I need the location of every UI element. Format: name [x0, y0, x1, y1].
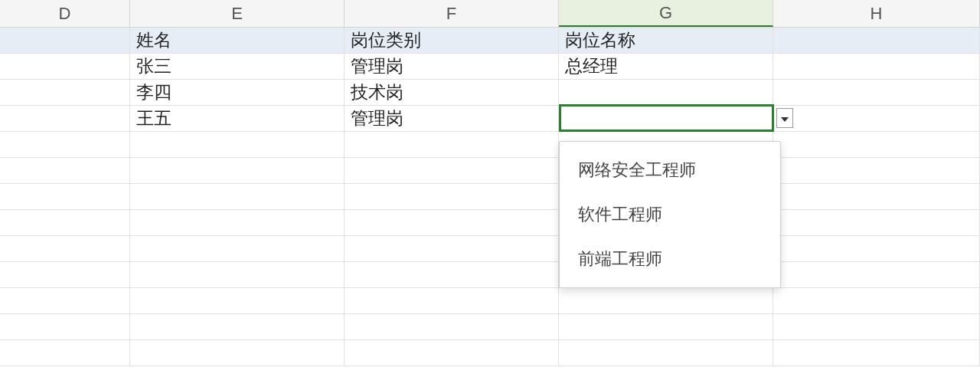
- cell[interactable]: [0, 158, 130, 183]
- cell[interactable]: [773, 262, 980, 287]
- cell[interactable]: [773, 210, 980, 235]
- table-row: [0, 314, 980, 340]
- table-row: [0, 288, 980, 314]
- cell-name[interactable]: 王五: [130, 106, 345, 131]
- dropdown-option[interactable]: 网络安全工程师: [560, 148, 780, 192]
- cell[interactable]: [773, 158, 980, 183]
- cell[interactable]: [0, 236, 130, 261]
- cell[interactable]: [773, 28, 980, 53]
- col-header-G[interactable]: G: [559, 0, 773, 27]
- table-row: [0, 340, 980, 366]
- cell[interactable]: [130, 184, 345, 209]
- table-row: [0, 262, 980, 288]
- cell-job-category[interactable]: 管理岗: [345, 106, 559, 131]
- cell[interactable]: [345, 184, 559, 209]
- cell[interactable]: [345, 314, 559, 339]
- cell[interactable]: [773, 236, 980, 261]
- cell[interactable]: [0, 184, 130, 209]
- cell[interactable]: [345, 262, 559, 287]
- cell[interactable]: [0, 262, 130, 287]
- cell[interactable]: [130, 158, 345, 183]
- cell[interactable]: [773, 288, 980, 313]
- table-row: [0, 184, 980, 210]
- cell[interactable]: [773, 184, 980, 209]
- col-header-F[interactable]: F: [345, 0, 559, 27]
- cell[interactable]: [0, 28, 130, 53]
- header-job-title[interactable]: 岗位名称: [559, 28, 773, 53]
- table-row: [0, 132, 980, 158]
- cell[interactable]: [0, 132, 130, 157]
- cell[interactable]: [345, 236, 559, 261]
- cell[interactable]: [0, 106, 130, 131]
- cell[interactable]: [0, 340, 130, 366]
- cell-name[interactable]: 张三: [130, 54, 345, 79]
- table-header-row: 姓名 岗位类别 岗位名称: [0, 28, 980, 54]
- cell-name[interactable]: 李四: [130, 80, 345, 105]
- cell[interactable]: [130, 314, 345, 339]
- cell[interactable]: [345, 288, 559, 313]
- cell[interactable]: [130, 288, 345, 313]
- cell[interactable]: [130, 210, 345, 235]
- cell[interactable]: [345, 340, 559, 366]
- cell[interactable]: [773, 54, 980, 79]
- cell[interactable]: [0, 288, 130, 313]
- table-row: [0, 158, 980, 184]
- cell[interactable]: [559, 340, 773, 366]
- dropdown-option[interactable]: 软件工程师: [560, 192, 780, 237]
- grid-rows: 姓名 岗位类别 岗位名称 张三 管理岗 总经理 李四 技术岗 王五 管理岗: [0, 28, 980, 366]
- header-name[interactable]: 姓名: [130, 28, 345, 53]
- cell[interactable]: [773, 106, 980, 131]
- header-job-category[interactable]: 岗位类别: [345, 28, 559, 53]
- data-validation-dropdown-list: 网络安全工程师 软件工程师 前端工程师: [559, 141, 781, 288]
- col-header-E[interactable]: E: [130, 0, 345, 27]
- cell[interactable]: [130, 132, 345, 157]
- cell-job-title[interactable]: [559, 80, 773, 105]
- cell[interactable]: [130, 262, 345, 287]
- table-row: 王五 管理岗: [0, 106, 980, 132]
- col-header-D[interactable]: D: [0, 0, 130, 27]
- cell[interactable]: [773, 132, 980, 157]
- col-header-H[interactable]: H: [773, 0, 980, 27]
- cell[interactable]: [559, 288, 773, 313]
- cell-job-title[interactable]: 总经理: [559, 54, 773, 79]
- cell[interactable]: [0, 80, 130, 105]
- cell[interactable]: [559, 314, 773, 339]
- table-row: 张三 管理岗 总经理: [0, 54, 980, 80]
- table-row: 李四 技术岗: [0, 80, 980, 106]
- cell[interactable]: [345, 158, 559, 183]
- dropdown-option[interactable]: 前端工程师: [560, 237, 780, 281]
- column-headers: D E F G H: [0, 0, 980, 28]
- cell[interactable]: [0, 210, 130, 235]
- spreadsheet: D E F G H 姓名 岗位类别 岗位名称 张三 管理岗 总经理 李四 技术岗: [0, 0, 980, 387]
- cell[interactable]: [0, 314, 130, 339]
- cell[interactable]: [130, 236, 345, 261]
- cell[interactable]: [773, 340, 980, 366]
- cell[interactable]: [773, 80, 980, 105]
- cell-job-category[interactable]: 管理岗: [345, 54, 559, 79]
- table-row: [0, 236, 980, 262]
- cell[interactable]: [345, 132, 559, 157]
- table-row: [0, 210, 980, 236]
- chevron-down-icon: [781, 111, 789, 125]
- cell[interactable]: [0, 54, 130, 79]
- cell[interactable]: [345, 210, 559, 235]
- cell-job-title[interactable]: [559, 106, 773, 131]
- data-validation-dropdown-button[interactable]: [776, 108, 793, 128]
- cell[interactable]: [130, 340, 345, 366]
- cell[interactable]: [773, 314, 980, 339]
- cell-job-category[interactable]: 技术岗: [345, 80, 559, 105]
